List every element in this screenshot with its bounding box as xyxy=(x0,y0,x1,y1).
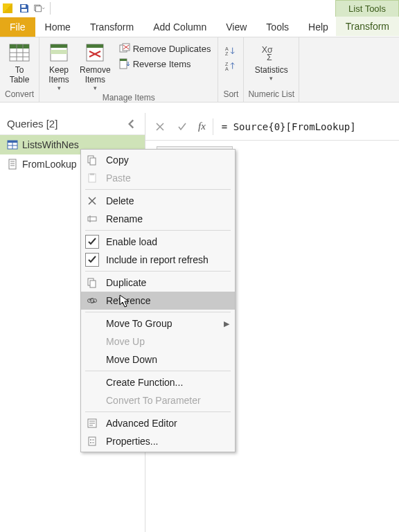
to-table-button[interactable]: To Table xyxy=(4,40,35,86)
svg-rect-12 xyxy=(51,50,67,54)
cm-separator xyxy=(85,371,231,371)
query-item-label: ListsWithNes xyxy=(22,139,79,150)
cm-convert-parameter-label: Convert To Parameter xyxy=(106,395,201,406)
cm-rename[interactable]: Rename xyxy=(81,210,235,228)
blank-icon xyxy=(85,335,99,348)
cm-include-refresh-label: Include in report refresh xyxy=(106,254,209,265)
cm-advanced-editor-label: Advanced Editor xyxy=(106,418,177,429)
keep-items-button[interactable]: Keep Items ▾ xyxy=(44,40,74,93)
svg-rect-0 xyxy=(21,5,26,8)
group-label-convert: Convert xyxy=(5,89,34,100)
fx-icon[interactable]: fx xyxy=(195,121,209,132)
cm-rename-label: Rename xyxy=(106,213,143,224)
advanced-editor-icon xyxy=(85,416,99,430)
paste-icon xyxy=(85,171,99,185)
svg-rect-22 xyxy=(120,59,127,61)
collapse-pane-icon[interactable] xyxy=(125,118,138,130)
cm-separator xyxy=(85,312,231,312)
ribbon-group-manage-items: Keep Items ▾ Remove Items ▾ Remove Dupli… xyxy=(39,37,218,102)
contextual-tab-group-label: List Tools xyxy=(335,0,399,17)
svg-rect-38 xyxy=(90,158,96,165)
queries-header-label: Queries [2] xyxy=(7,118,57,130)
cm-separator xyxy=(85,189,231,190)
svg-rect-33 xyxy=(9,159,16,169)
blank-icon xyxy=(85,375,99,389)
cm-duplicate[interactable]: Duplicate xyxy=(81,274,235,292)
save-icon[interactable] xyxy=(17,1,32,16)
cm-convert-parameter: Convert To Parameter xyxy=(81,391,235,409)
cm-copy-label: Copy xyxy=(106,154,129,166)
cm-move-up: Move Up xyxy=(81,332,235,351)
svg-text:A: A xyxy=(225,66,229,72)
checkbox-checked-icon xyxy=(85,235,99,249)
keep-items-label: Keep Items xyxy=(48,65,69,85)
delete-icon xyxy=(85,194,99,208)
remove-items-button[interactable]: Remove Items ▾ xyxy=(76,40,115,93)
cm-properties-label: Properties... xyxy=(106,436,158,447)
tab-home[interactable]: Home xyxy=(35,17,80,37)
cancel-formula-icon[interactable] xyxy=(151,118,169,136)
svg-rect-40 xyxy=(90,173,94,175)
cm-reference[interactable]: Reference xyxy=(81,292,235,310)
blank-icon xyxy=(85,353,99,366)
tab-help[interactable]: Help xyxy=(299,17,338,37)
tab-tools[interactable]: Tools xyxy=(256,17,299,37)
cm-move-to-group-label: Move To Group xyxy=(106,318,172,329)
svg-text:Σ: Σ xyxy=(267,53,272,62)
cm-delete-label: Delete xyxy=(106,195,134,206)
cm-separator xyxy=(85,411,231,412)
tab-file[interactable]: File xyxy=(0,17,35,37)
svg-rect-44 xyxy=(90,281,96,287)
commit-formula-icon[interactable] xyxy=(173,118,191,136)
blank-icon xyxy=(85,317,99,330)
cm-move-down[interactable]: Move Down xyxy=(81,351,235,369)
cm-include-refresh[interactable]: Include in report refresh xyxy=(81,251,235,269)
cm-enable-load-label: Enable load xyxy=(106,236,157,247)
cm-reference-label: Reference xyxy=(106,295,151,306)
svg-point-52 xyxy=(90,439,91,441)
cm-create-function-label: Create Function... xyxy=(106,377,183,388)
formula-input[interactable] xyxy=(218,118,399,135)
ribbon-group-convert: To Table Convert xyxy=(0,37,39,102)
svg-rect-1 xyxy=(21,9,27,12)
tab-view[interactable]: View xyxy=(216,17,256,37)
copy-icon xyxy=(85,153,99,167)
reference-icon xyxy=(85,294,99,308)
svg-rect-11 xyxy=(51,44,67,48)
to-table-label: To Table xyxy=(10,65,30,85)
svg-rect-51 xyxy=(89,437,96,445)
rename-icon xyxy=(85,212,99,226)
submenu-arrow-icon: ▶ xyxy=(224,319,229,328)
cm-duplicate-label: Duplicate xyxy=(106,277,146,288)
cm-move-to-group[interactable]: Move To Group ▶ xyxy=(81,314,235,332)
cm-move-down-label: Move Down xyxy=(106,354,157,365)
tab-add-column[interactable]: Add Column xyxy=(143,17,216,37)
qat-separator xyxy=(50,2,51,15)
reverse-items-label: Reverse Items xyxy=(133,59,191,69)
duplicate-icon xyxy=(85,276,99,290)
undo-dropdown-icon[interactable] xyxy=(32,1,47,16)
cm-advanced-editor[interactable]: Advanced Editor xyxy=(81,414,235,432)
svg-rect-3 xyxy=(35,6,41,12)
checkbox-checked-icon xyxy=(85,253,99,267)
sort-desc-button[interactable]: ZA xyxy=(222,60,239,73)
group-label-sort: Sort xyxy=(223,89,238,100)
formula-bar: fx xyxy=(145,113,399,141)
statistics-button[interactable]: XσΣ Statistics ▾ xyxy=(251,40,292,83)
cm-enable-load[interactable]: Enable load xyxy=(81,233,235,251)
sort-asc-button[interactable]: AZ xyxy=(222,44,239,58)
group-label-manage: Manage Items xyxy=(103,93,155,104)
cm-delete[interactable]: Delete xyxy=(81,192,235,210)
cm-copy[interactable]: Copy xyxy=(81,151,235,169)
tab-transform-contextual[interactable]: Transform xyxy=(336,17,399,36)
cm-separator xyxy=(85,230,231,231)
ribbon-tabs: File Home Transform Add Column View Tool… xyxy=(0,17,399,37)
cm-create-function[interactable]: Create Function... xyxy=(81,373,235,391)
tab-transform[interactable]: Transform xyxy=(80,17,143,37)
remove-duplicates-button[interactable]: Remove Duplicates xyxy=(116,42,214,55)
table-icon xyxy=(7,139,18,150)
app-logo-icon xyxy=(3,3,12,13)
cm-paste: Paste xyxy=(81,169,235,187)
reverse-items-button[interactable]: Reverse Items xyxy=(116,57,214,71)
cm-properties[interactable]: Properties... xyxy=(81,432,235,450)
